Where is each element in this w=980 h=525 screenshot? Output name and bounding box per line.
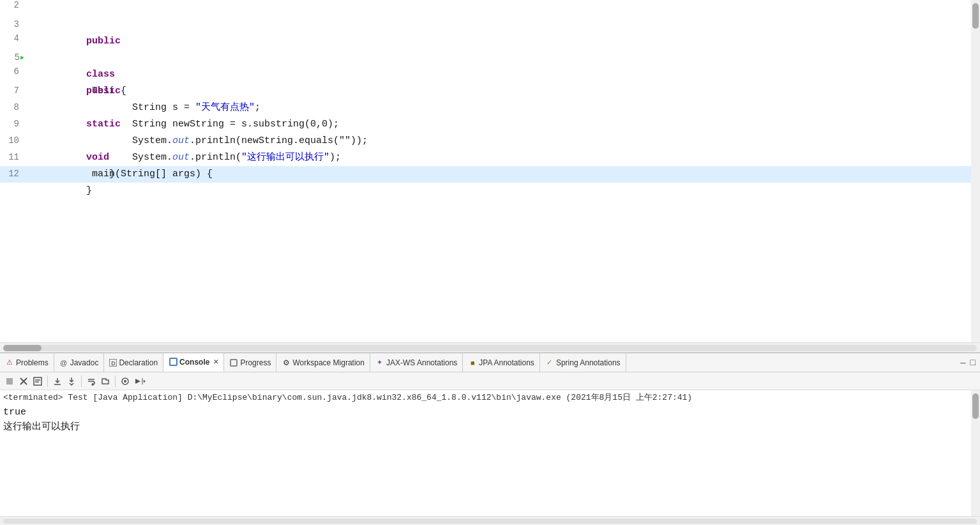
tab-spring-label: Spring Annotations	[556, 358, 621, 367]
tab-workspace-label: Workspace Migration	[292, 358, 365, 367]
console-icon	[169, 358, 177, 367]
line-number-10: 10	[0, 135, 26, 146]
code-line-7: 7 String s = "天气有点热";	[0, 83, 971, 100]
open-file-button[interactable]	[99, 375, 112, 388]
line-number-3: 3	[0, 19, 26, 29]
progress-box-icon	[230, 359, 237, 367]
tab-progress[interactable]: Progress	[224, 353, 276, 372]
tab-console-label: Console	[179, 358, 209, 367]
svg-point-8	[124, 380, 126, 383]
code-line-5: 5 ▶ public static void main(String[] arg…	[0, 50, 971, 66]
out-keyword-10: out	[172, 152, 190, 163]
editor-hscrollbar-track	[3, 345, 977, 351]
spring-icon: ✓	[545, 358, 554, 367]
scroll-lock-button[interactable]	[51, 375, 64, 388]
line-number-7: 7	[0, 86, 26, 96]
toolbar-sep-2	[81, 376, 82, 387]
tab-jpa[interactable]: ■ JPA Annotations	[463, 353, 540, 372]
console-toolbar	[0, 372, 980, 390]
tab-jpa-label: JPA Annotations	[479, 358, 534, 367]
bottom-panel: ⚠ Problems @ Javadoc D Declaration Conso…	[0, 353, 980, 525]
word-wrap-button[interactable]	[85, 375, 98, 388]
code-line-9: 9 System.out.println(newString.equals(""…	[0, 116, 971, 133]
tab-progress-label: Progress	[240, 358, 271, 367]
console-hscrollbar-track	[3, 519, 977, 524]
line-number-11: 11	[0, 152, 26, 162]
tab-jax-ws[interactable]: ✦ JAX-WS Annotations	[370, 353, 463, 372]
tab-javadoc[interactable]: @ Javadoc	[54, 353, 105, 372]
line-number-4: 4	[0, 33, 26, 43]
console-header-line: <terminated> Test [Java Application] D:\…	[0, 390, 971, 404]
code-editor: 2 3 public class Test { 4	[0, 0, 980, 353]
line-number-8: 8	[0, 102, 26, 112]
console-line-2: 这行输出可以执行	[3, 420, 968, 435]
tabs-bar: ⚠ Problems @ Javadoc D Declaration Conso…	[0, 353, 980, 372]
console-box-icon	[169, 358, 177, 366]
remove-button[interactable]	[17, 375, 30, 388]
console-output-content: true 这行输出可以执行	[0, 404, 971, 516]
editor-hscrollbar[interactable]	[0, 342, 980, 353]
tab-console-close-icon[interactable]: ✕	[213, 358, 218, 365]
tab-workspace-migration[interactable]: ⚙ Workspace Migration	[276, 353, 370, 372]
string-literal-10: "这行输出可以执行"	[241, 152, 329, 163]
tab-declaration-label: Declaration	[119, 358, 158, 367]
javadoc-icon: @	[59, 358, 68, 367]
editor-vscrollbar-thumb[interactable]	[972, 3, 979, 29]
editor-hscrollbar-thumb[interactable]	[3, 345, 41, 351]
toolbar-sep-3	[115, 376, 116, 387]
code-line-10: 10 System.out.println("这行输出可以执行");	[0, 133, 971, 149]
scroll-end-button[interactable]	[65, 375, 78, 388]
run-indicator-icon: ▶	[20, 54, 24, 61]
panel-minimize-icon[interactable]: —	[959, 356, 967, 369]
line-number-6: 6	[0, 66, 26, 77]
console-hscrollbar[interactable]	[0, 516, 980, 525]
svg-marker-9	[135, 379, 140, 384]
editor-vscrollbar[interactable]	[971, 0, 980, 342]
line-content-12[interactable]: }	[26, 166, 92, 216]
kw-public: public	[86, 36, 121, 47]
line-number-9: 9	[0, 119, 26, 129]
console-output: <terminated> Test [Java Application] D:\…	[0, 390, 971, 516]
declaration-icon: D	[109, 359, 117, 367]
tab-problems[interactable]: ⚠ Problems	[0, 353, 54, 372]
problems-icon: ⚠	[5, 358, 14, 367]
console-output-area: <terminated> Test [Java Application] D:\…	[0, 390, 980, 516]
clear-button[interactable]	[31, 375, 44, 388]
tab-spring[interactable]: ✓ Spring Annotations	[540, 353, 626, 372]
line-number-5: 5 ▶	[0, 52, 26, 63]
stop-button[interactable]	[3, 375, 16, 388]
progress-icon	[229, 358, 238, 367]
svg-rect-0	[6, 378, 13, 384]
code-line-8: 8 String newString = s.substring(0,0);	[0, 100, 971, 116]
tab-problems-label: Problems	[16, 358, 49, 367]
tab-javadoc-label: Javadoc	[70, 358, 99, 367]
console-line-1: true	[3, 406, 968, 420]
line-number-12: 12	[0, 169, 26, 179]
code-line-4: 4	[0, 33, 971, 50]
svg-rect-3	[34, 377, 41, 385]
tab-jax-label: JAX-WS Annotations	[386, 358, 457, 367]
tabs-right-controls: — □	[956, 353, 980, 372]
code-line-3: 3 public class Test {	[0, 17, 971, 33]
jpa-icon: ■	[468, 358, 477, 367]
toolbar-sep-1	[47, 376, 48, 387]
line-number-2: 2	[0, 0, 26, 10]
run-dropdown-button[interactable]	[133, 375, 147, 388]
tab-declaration[interactable]: D Declaration	[104, 353, 163, 372]
workspace-icon: ⚙	[282, 358, 290, 367]
pin-button[interactable]	[119, 375, 132, 388]
code-area: 2 3 public class Test { 4	[0, 0, 971, 342]
console-vscrollbar-thumb[interactable]	[972, 393, 979, 419]
code-line-2: 2	[0, 0, 971, 17]
tab-console[interactable]: Console ✕	[163, 353, 224, 372]
editor-empty-space	[0, 183, 971, 310]
jax-icon: ✦	[375, 358, 384, 367]
panel-maximize-icon[interactable]: □	[969, 356, 977, 369]
console-vscrollbar[interactable]	[971, 390, 980, 516]
